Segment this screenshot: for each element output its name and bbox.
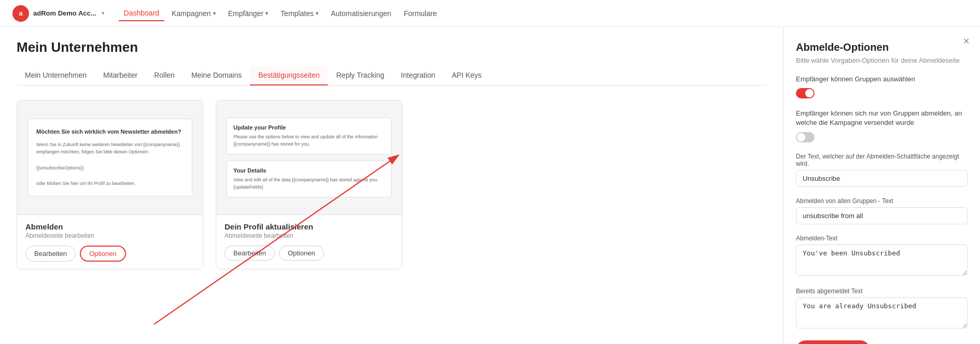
tab-meine-domains[interactable]: Meine Domains: [183, 66, 250, 85]
nav-items: Dashboard Kampagnen ▾ Empfänger ▾ Templa…: [119, 6, 968, 21]
toggle2-container: [796, 132, 968, 142]
card-abmelden: Möchten Sie sich wirklich vom Newsletter…: [17, 100, 203, 269]
card-title-abmelden: Abmelden: [25, 222, 194, 231]
page-area: Mein Unternehmen Mein Unternehmen Mitarb…: [0, 27, 783, 344]
panel-section-field1: Der Text, welcher auf der Abmelden-Schal…: [796, 153, 968, 187]
tab-mitarbeiter[interactable]: Mitarbeiter: [95, 66, 146, 85]
page-title: Mein Unternehmen: [17, 39, 766, 55]
chevron-down-icon: ▾: [213, 10, 216, 16]
field2-input[interactable]: [796, 207, 968, 224]
preview-details-text: View and edit all of the data {{companyn…: [233, 177, 385, 184]
top-nav: a adRom Demo Acc... ▾ Dashboard Kampagne…: [0, 0, 980, 27]
chevron-down-icon: ▾: [316, 10, 318, 16]
tab-integration[interactable]: Integration: [393, 66, 443, 85]
panel-section-field2: Abmelden von allen Gruppen - Text: [796, 197, 968, 224]
brand-name: adRom Demo Acc...: [33, 9, 96, 17]
nav-item-formulare[interactable]: Formulare: [399, 6, 442, 21]
nav-item-empfaenger[interactable]: Empfänger ▾: [223, 6, 273, 21]
card-subtitle-dein-profil: Abmeldeseite bearbeiten: [225, 232, 394, 239]
optionen-button-abmelden[interactable]: Optionen: [80, 246, 126, 262]
preview-unsubscribe-body: Wenn Sie in Zukunft keine weiteren Newsl…: [36, 141, 184, 156]
cards-area: Möchten Sie sich wirklich vom Newsletter…: [17, 100, 766, 269]
tab-bestaetigungsseiten[interactable]: Bestätigungsseiten: [250, 66, 328, 85]
optionen-button-dein-profil[interactable]: Optionen: [279, 246, 324, 261]
tab-api-keys[interactable]: API Keys: [443, 66, 490, 85]
preview-unsubscribe-link: oder klicken Sie hier um Ihr Profil zu b…: [36, 180, 184, 187]
nav-item-automatisierungen[interactable]: Automatisierungen: [326, 6, 397, 21]
card-info-abmelden: Abmelden Abmeldeseite bearbeiten Bearbei…: [17, 214, 203, 269]
panel-subtitle: Bitte wähle Vorgaben-Optionen für deine …: [796, 56, 968, 64]
card-actions-abmelden: Bearbeiten Optionen: [25, 246, 194, 262]
panel-title: Abmelde-Optionen: [796, 41, 968, 53]
toggle2-thumb: [797, 133, 805, 141]
card-info-dein-profil: Dein Profil aktualisieren Abmeldeseite b…: [216, 214, 402, 268]
field1-input[interactable]: [796, 170, 968, 187]
preview-your-details-box: Your Details View and edit all of the da…: [227, 161, 391, 197]
card-preview-abmelden: Möchten Sie sich wirklich vom Newsletter…: [17, 101, 203, 214]
main-content: Mein Unternehmen Mein Unternehmen Mitarb…: [0, 27, 980, 344]
sub-tabs: Mein Unternehmen Mitarbeiter Rollen Mein…: [17, 66, 766, 85]
brand-chevron-icon: ▾: [102, 10, 104, 16]
preview-update-title: Update your Profile: [233, 124, 385, 131]
preview-unsubscribe-options: {{unsubscribeOptions}}: [36, 164, 184, 171]
toggle1-container: [796, 88, 968, 98]
toggle2[interactable]: [796, 132, 815, 142]
chevron-down-icon: ▾: [265, 10, 268, 16]
card-actions-dein-profil: Bearbeiten Optionen: [225, 246, 394, 261]
preview-update-text: Please use the options below to view and…: [233, 134, 385, 148]
preview-unsubscribe-title: Möchten Sie sich wirklich vom Newsletter…: [36, 127, 184, 137]
toggle1[interactable]: [796, 88, 815, 98]
tab-rollen[interactable]: Rollen: [146, 66, 183, 85]
field4-textarea[interactable]: You are already Unsubscribed: [796, 297, 968, 328]
field3-label: Abmelden-Text: [796, 235, 968, 242]
toggle1-thumb: [805, 89, 814, 97]
preview-update-profile-box: Update your Profile Please use the optio…: [227, 118, 391, 154]
side-panel: ✕ Abmelde-Optionen Bitte wähle Vorgaben-…: [783, 27, 980, 344]
card-title-dein-profil: Dein Profil aktualisieren: [225, 222, 394, 231]
brand-logo: a: [12, 5, 29, 22]
nav-item-templates[interactable]: Templates ▾: [275, 6, 324, 21]
tab-reply-tracking[interactable]: Reply Tracking: [328, 66, 393, 85]
field4-label: Bereits abgemeldet Text: [796, 288, 968, 295]
panel-section-field4: Bereits abgemeldet Text You are already …: [796, 288, 968, 330]
field3-textarea[interactable]: You've been Unsubscribed: [796, 245, 968, 276]
tab-mein-unternehmen[interactable]: Mein Unternehmen: [17, 66, 95, 85]
preview-details-fields: {updateFields}: [233, 184, 385, 191]
field2-label: Abmelden von allen Gruppen - Text: [796, 197, 968, 205]
bearbeiten-button-abmelden[interactable]: Bearbeiten: [25, 246, 76, 262]
panel-close-button[interactable]: ✕: [961, 34, 972, 48]
preview-unsubscribe-text: Möchten Sie sich wirklich vom Newsletter…: [27, 119, 192, 196]
toggle2-label: Empfänger können sich nur von Gruppen ab…: [796, 109, 968, 127]
bearbeiten-button-dein-profil[interactable]: Bearbeiten: [225, 246, 275, 261]
preview-details-title: Your Details: [233, 167, 385, 174]
card-preview-dein-profil: Update your Profile Please use the optio…: [216, 101, 402, 214]
toggle1-label: Empfänger können Gruppen auswählen: [796, 75, 968, 84]
nav-item-kampagnen[interactable]: Kampagnen ▾: [166, 6, 221, 21]
panel-section-toggle2: Empfänger können sich nur von Gruppen ab…: [796, 109, 968, 142]
field1-label: Der Text, welcher auf der Abmelden-Schal…: [796, 153, 968, 167]
brand[interactable]: a adRom Demo Acc... ▾: [12, 5, 104, 22]
panel-section-field3: Abmelden-Text You've been Unsubscribed: [796, 235, 968, 277]
card-dein-profil: Update your Profile Please use the optio…: [216, 100, 402, 269]
save-button[interactable]: Speichern ✓: [796, 340, 870, 344]
panel-section-toggle1: Empfänger können Gruppen auswählen: [796, 75, 968, 98]
card-subtitle-abmelden: Abmeldeseite bearbeiten: [25, 232, 194, 239]
preview-profile-content: Update your Profile Please use the optio…: [227, 118, 391, 197]
nav-item-dashboard[interactable]: Dashboard: [119, 6, 165, 21]
